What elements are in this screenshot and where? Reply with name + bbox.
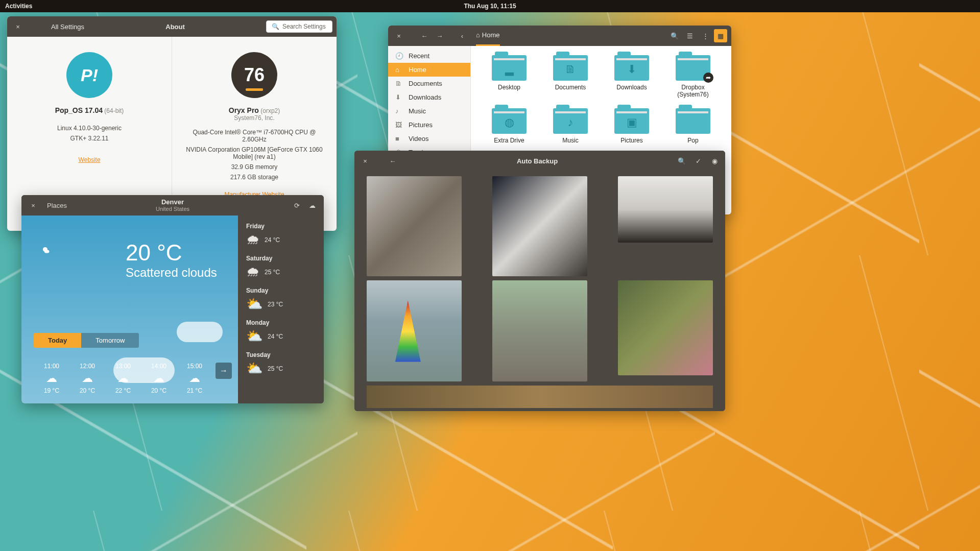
folder-icon: ➦ <box>676 55 710 81</box>
forecast-tabs: Today Tomorrow <box>34 333 139 348</box>
folder-downloads[interactable]: ⬇Downloads <box>604 55 660 98</box>
folder-pictures[interactable]: ▣Pictures <box>604 108 660 144</box>
hw-codename: (orxp2) <box>260 107 280 114</box>
tab-tomorrow[interactable]: Tomorrow <box>81 333 139 348</box>
window-title: About <box>87 23 263 31</box>
pop-os-logo: P! <box>66 52 112 98</box>
folder-icon <box>676 108 710 134</box>
photo-thumbnail[interactable] <box>367 386 713 408</box>
hourly-item: 13:00☁22 °C <box>115 363 131 394</box>
photo-thumbnail[interactable] <box>367 176 462 276</box>
select-button[interactable]: ✓ <box>691 154 705 167</box>
all-settings-link[interactable]: All Settings <box>51 23 84 31</box>
downloads-icon: ⬇ <box>395 93 403 101</box>
recent-icon: 🕘 <box>395 52 403 60</box>
window-title: Auto Backup <box>402 157 672 165</box>
back-button[interactable]: ← <box>418 29 431 42</box>
folder-icon: ◍ <box>492 108 527 134</box>
search-button[interactable]: 🔍 <box>668 29 681 42</box>
os-website-link[interactable]: Website <box>78 156 100 163</box>
location-label: Denver United States <box>156 199 189 212</box>
kernel-version: Linux 4.10.0-30-generic <box>17 125 161 132</box>
city-name: Denver <box>156 199 189 206</box>
photo-grid <box>354 171 725 411</box>
weather-window: × Places Denver United States ⟳ ☁ 20 °C … <box>21 195 324 403</box>
forward-button[interactable]: → <box>433 29 446 42</box>
tab-today[interactable]: Today <box>34 333 81 348</box>
photo-thumbnail[interactable] <box>492 280 587 381</box>
sidebar-item-downloads[interactable]: ⬇Downloads <box>388 90 470 104</box>
path-up-button[interactable]: ‹ <box>456 29 469 42</box>
close-button[interactable]: × <box>11 20 25 33</box>
daily-forecast-item: Tuesday⛅25 °C <box>246 351 316 376</box>
daily-forecast-item: Saturday🌧25 °C <box>246 255 316 280</box>
folder-documents[interactable]: 🗎Documents <box>542 55 599 98</box>
sidebar-item-home[interactable]: ⌂Home <box>388 63 470 77</box>
breadcrumb: ⌂ Home <box>471 26 505 46</box>
sidebar-item-pictures[interactable]: 🖼Pictures <box>388 118 470 132</box>
share-badge-icon: ➦ <box>703 73 713 83</box>
system76-logo: 76 <box>231 52 277 98</box>
photo-thumbnail[interactable] <box>618 280 713 375</box>
menu-button[interactable]: ◉ <box>708 154 721 167</box>
hourly-item: 15:00☁21 °C <box>187 363 202 394</box>
photo-thumbnail[interactable] <box>367 280 462 381</box>
documents-icon: 🗎 <box>395 80 403 87</box>
folder-dropbox-system76-[interactable]: ➦Dropbox (System76) <box>665 55 721 98</box>
country-name: United States <box>156 206 189 212</box>
home-icon: ⌂ <box>476 31 480 39</box>
sidebar-item-documents[interactable]: 🗎Documents <box>388 77 470 90</box>
app-icon[interactable]: ▦ <box>714 29 727 42</box>
menu-button[interactable]: ⋮ <box>699 29 712 42</box>
files-headerbar: × ← → ‹ ⌂ Home 🔍 ☰ ⋮ ▦ <box>388 26 731 46</box>
photos-window: × ← Auto Backup 🔍 ✓ ◉ <box>354 151 725 411</box>
daily-forecast-item: Friday🌧24 °C <box>246 223 316 248</box>
sidebar-item-videos[interactable]: ■Videos <box>388 132 470 146</box>
photos-headerbar: × ← Auto Backup 🔍 ✓ ◉ <box>354 151 725 171</box>
sidebar-item-recent[interactable]: 🕘Recent <box>388 49 470 63</box>
places-button[interactable]: Places <box>47 202 67 209</box>
photo-thumbnail[interactable] <box>618 176 713 243</box>
sidebar-item-music[interactable]: ♪Music <box>388 104 470 118</box>
close-button[interactable]: × <box>27 199 40 212</box>
folder-extra-drive[interactable]: ◍Extra Drive <box>481 108 537 144</box>
folder-pop[interactable]: Pop <box>665 108 721 144</box>
close-button[interactable]: × <box>358 154 372 167</box>
pictures-icon: 🖼 <box>395 121 403 129</box>
gpu-info: NVIDIA Corporation GP106M [GeForce GTX 1… <box>182 146 326 160</box>
view-toggle-button[interactable]: ☰ <box>683 29 697 42</box>
svg-point-1 <box>44 250 50 253</box>
breadcrumb-home[interactable]: ⌂ Home <box>476 26 500 46</box>
os-arch: (64-bit) <box>104 107 124 114</box>
refresh-button[interactable]: ⟳ <box>290 199 303 212</box>
hw-vendor: System76, Inc. <box>182 114 326 122</box>
hourly-forecast: 11:00☁19 °C12:00☁20 °C13:00☁22 °C14:00☁2… <box>34 363 212 394</box>
daily-forecast-item: Monday⛅24 °C <box>246 319 316 344</box>
hourly-item: 12:00☁20 °C <box>80 363 95 394</box>
activities-button[interactable]: Activities <box>5 3 32 10</box>
search-settings-input[interactable]: 🔍 Search Settings <box>266 20 332 33</box>
clock[interactable]: Thu Aug 10, 11:15 <box>464 3 516 10</box>
folder-icon: 🗎 <box>553 55 588 81</box>
current-weather-icon <box>42 246 50 256</box>
weather-icon[interactable]: ☁ <box>305 199 319 212</box>
weather-headerbar: × Places Denver United States ⟳ ☁ <box>21 195 324 215</box>
cloud-decoration <box>177 322 223 342</box>
photo-thumbnail[interactable] <box>492 176 587 276</box>
music-icon: ♪ <box>395 107 403 115</box>
videos-icon: ■ <box>395 135 403 142</box>
memory-info: 32.9 GB memory <box>182 163 326 171</box>
folder-desktop[interactable]: ▂Desktop <box>481 55 537 98</box>
folder-icon: ▣ <box>614 108 649 134</box>
back-button[interactable]: ← <box>386 154 399 167</box>
cpu-info: Quad-Core Intel® Core™ i7-6700HQ CPU @ 2… <box>182 129 326 143</box>
current-temperature: 20 °C <box>126 240 226 266</box>
folder-music[interactable]: ♪Music <box>542 108 599 144</box>
settings-headerbar: × All Settings About 🔍 Search Settings <box>7 16 337 37</box>
daily-forecast-item: Sunday⛅23 °C <box>246 287 316 312</box>
next-hours-button[interactable]: → <box>216 363 232 379</box>
os-name: Pop_OS 17.04 <box>55 106 103 114</box>
search-button[interactable]: 🔍 <box>675 154 688 167</box>
storage-info: 217.6 GB storage <box>182 174 326 181</box>
close-button[interactable]: × <box>392 29 405 42</box>
